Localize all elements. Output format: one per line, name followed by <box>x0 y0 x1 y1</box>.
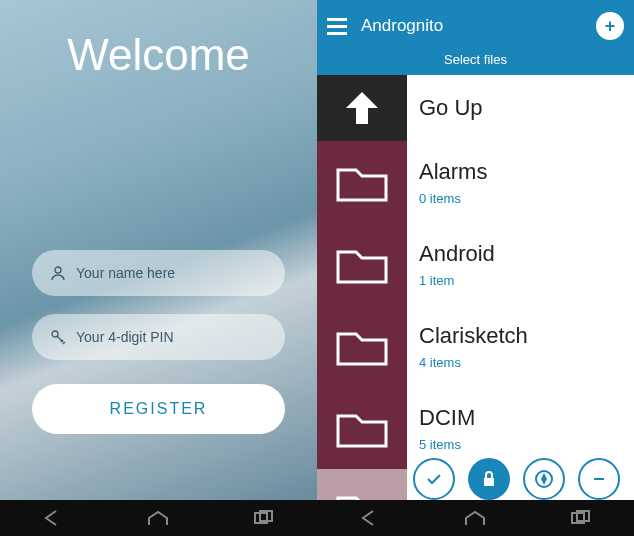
folder-row[interactable]: Alarms0 items <box>317 141 634 223</box>
svg-point-0 <box>55 267 61 273</box>
lock-button[interactable] <box>468 458 510 500</box>
lock-icon <box>480 470 498 488</box>
register-form: REGISTER <box>0 250 317 434</box>
home-icon[interactable] <box>462 509 488 527</box>
add-button[interactable]: + <box>596 12 624 40</box>
android-navbar <box>0 500 317 536</box>
action-bar <box>407 458 626 500</box>
pin-input[interactable] <box>76 329 267 345</box>
name-input-wrap[interactable] <box>32 250 285 296</box>
android-navbar <box>317 500 634 536</box>
arrow-up-icon <box>340 86 384 130</box>
folder-count: 1 item <box>419 273 622 288</box>
folder-name: Alarms <box>419 159 622 185</box>
remove-button[interactable] <box>578 458 620 500</box>
subheader: Select files <box>317 52 634 75</box>
svg-rect-4 <box>484 478 494 486</box>
folder-count: 0 items <box>419 191 622 206</box>
minus-icon <box>589 469 609 489</box>
welcome-screen: Welcome REGISTER <box>0 0 317 536</box>
pin-input-wrap[interactable] <box>32 314 285 360</box>
back-icon[interactable] <box>357 509 383 527</box>
folder-name: DCIM <box>419 405 622 431</box>
app-title: Andrognito <box>361 16 596 36</box>
back-icon[interactable] <box>40 509 66 527</box>
go-up-row[interactable]: Go Up <box>317 75 634 141</box>
user-icon <box>50 265 66 281</box>
folder-row[interactable]: Clarisketch4 items <box>317 305 634 387</box>
home-icon[interactable] <box>145 509 171 527</box>
key-icon <box>50 329 66 345</box>
file-picker-screen: Andrognito + Select files Go Up Alarms0 … <box>317 0 634 536</box>
check-icon <box>424 469 444 489</box>
folder-name: Android <box>419 241 622 267</box>
folder-icon <box>336 326 388 366</box>
select-all-button[interactable] <box>413 458 455 500</box>
app-topbar: Andrognito + <box>317 0 634 52</box>
compass-icon <box>534 469 554 489</box>
folder-name: Clarisketch <box>419 323 622 349</box>
welcome-title: Welcome <box>0 30 317 80</box>
register-button[interactable]: REGISTER <box>32 384 285 434</box>
compass-button[interactable] <box>523 458 565 500</box>
folder-icon <box>336 244 388 284</box>
folder-row[interactable]: DCIM5 items <box>317 387 634 469</box>
recents-icon[interactable] <box>251 509 277 527</box>
folder-icon <box>336 408 388 448</box>
folder-count: 5 items <box>419 437 622 452</box>
go-up-label: Go Up <box>419 95 622 121</box>
folder-count: 4 items <box>419 355 622 370</box>
menu-icon[interactable] <box>327 18 347 35</box>
recents-icon[interactable] <box>568 509 594 527</box>
name-input[interactable] <box>76 265 267 281</box>
file-list: Go Up Alarms0 items Android1 item Claris… <box>317 75 634 536</box>
folder-row[interactable]: Android1 item <box>317 223 634 305</box>
folder-icon <box>336 162 388 202</box>
